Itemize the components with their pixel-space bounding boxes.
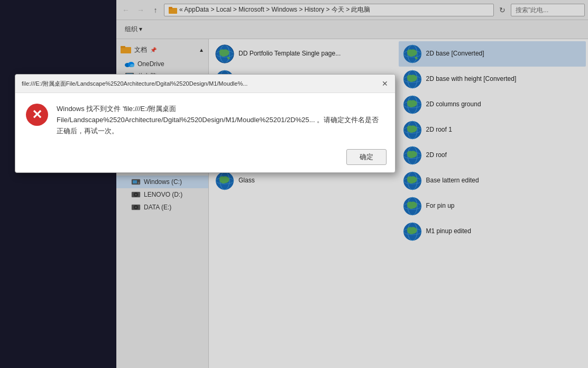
dialog-title-bar: file:///E:/附属桌面File/Landscape%2520Archit…	[15, 75, 395, 93]
dialog-title-text: file:///E:/附属桌面File/Landscape%2520Archit…	[22, 80, 379, 88]
error-dialog: file:///E:/附属桌面File/Landscape%2520Archit…	[15, 74, 396, 173]
dialog-overlay	[0, 0, 588, 368]
error-x-symbol: ✕	[32, 107, 42, 122]
dialog-ok-button[interactable]: 确定	[346, 149, 387, 165]
dialog-message: Windows 找不到文件 'file:///E:/附属桌面File/Lands…	[57, 104, 384, 136]
dialog-footer: 确定	[15, 145, 395, 172]
dialog-body: ✕ Windows 找不到文件 'file:///E:/附属桌面File/Lan…	[15, 93, 395, 145]
error-icon: ✕	[26, 104, 48, 126]
dialog-close-button[interactable]: ✕	[379, 78, 391, 89]
